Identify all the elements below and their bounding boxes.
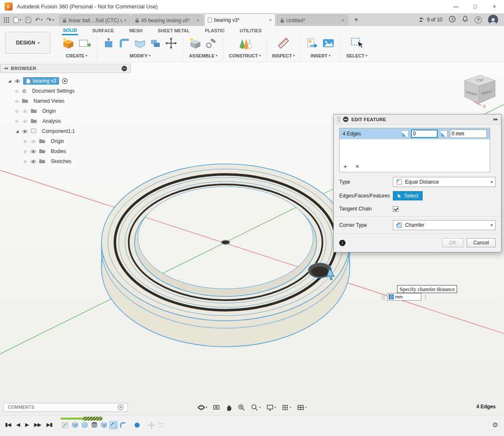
- new-component-gray-icon[interactable]: [189, 36, 202, 52]
- timeline-extrude-icon[interactable]: [71, 421, 79, 429]
- orbit-tool[interactable]: ▾: [197, 404, 208, 411]
- visibility-eye-icon[interactable]: [30, 159, 36, 164]
- create-sketch-icon[interactable]: [78, 36, 91, 52]
- document-tab-active[interactable]: bearing v3* ×: [204, 13, 275, 26]
- group-label-insert[interactable]: INSERT▾: [311, 53, 330, 58]
- pan-tool[interactable]: [226, 404, 232, 411]
- browser-item-label[interactable]: Origin: [48, 138, 67, 145]
- close-button[interactable]: ×: [485, 0, 504, 13]
- decal-image-icon[interactable]: [322, 37, 335, 51]
- drag-grip-icon[interactable]: [382, 293, 385, 300]
- chamfer-distance-mm-input[interactable]: [450, 130, 487, 138]
- expand-collapsed-icon[interactable]: ▷: [15, 109, 19, 113]
- comments-bar[interactable]: COMMENTS +: [3, 403, 128, 412]
- browser-item-label[interactable]: Component1:1: [39, 127, 78, 135]
- browser-item-sketches[interactable]: ▷ Sketches: [0, 156, 131, 166]
- type-dropdown[interactable]: Equal Distance ▾: [393, 177, 496, 187]
- group-label-modify[interactable]: MODIFY▾: [130, 53, 150, 58]
- browser-item-root[interactable]: ◢ bearing v3: [0, 76, 131, 86]
- tab-solid[interactable]: SOLID: [62, 26, 78, 35]
- tab-close-icon[interactable]: ×: [342, 18, 345, 23]
- group-label-create[interactable]: CREATE▾: [66, 53, 87, 58]
- skip-to-end-button[interactable]: ▶▮: [47, 422, 52, 428]
- timeline-scrubber[interactable]: [83, 417, 102, 420]
- shell-icon[interactable]: [134, 37, 146, 51]
- save-icon[interactable]: [25, 17, 31, 23]
- collapse-dialog-icon[interactable]: [343, 117, 348, 122]
- insert-mcmaster-icon[interactable]: [306, 37, 319, 51]
- timeline-revolve-icon[interactable]: [81, 421, 88, 429]
- tab-close-icon[interactable]: ×: [197, 18, 200, 23]
- app-grid-menu-icon[interactable]: [3, 17, 10, 23]
- tab-plastic[interactable]: PLASTIC: [204, 27, 226, 34]
- group-label-inspect[interactable]: INSPECT▾: [272, 53, 295, 58]
- browser-item-bodies[interactable]: ▷ Bodies: [0, 146, 131, 156]
- timeline-sketch-icon[interactable]: [61, 421, 69, 429]
- timeline-settings-gear-icon[interactable]: ⚙: [492, 421, 498, 429]
- info-icon[interactable]: i: [339, 240, 346, 246]
- expand-open-icon[interactable]: ◢: [15, 129, 19, 133]
- select-edges-button[interactable]: Select: [393, 191, 423, 200]
- maximize-button[interactable]: □: [465, 0, 485, 13]
- view-cube[interactable]: TOP FRONT RIGHT X: [452, 70, 502, 116]
- tab-close-icon[interactable]: ×: [269, 17, 272, 23]
- visibility-eye-icon[interactable]: [22, 129, 28, 134]
- browser-item-label[interactable]: Sketches: [48, 158, 74, 165]
- browser-item-label[interactable]: Analysis: [39, 117, 64, 125]
- fillet-icon[interactable]: [118, 37, 131, 51]
- joint-icon[interactable]: [205, 37, 218, 51]
- tab-close-icon[interactable]: ×: [124, 18, 127, 23]
- edge-selection-row[interactable]: 4 Edges: [340, 128, 490, 139]
- visibility-eye-icon[interactable]: [30, 149, 36, 154]
- expand-collapsed-icon[interactable]: ▷: [15, 89, 19, 93]
- document-tab[interactable]: linear ball ...5x8 (CTC) v2 ×: [59, 15, 130, 26]
- expand-collapsed-icon[interactable]: ▷: [15, 99, 19, 103]
- add-comment-icon[interactable]: +: [118, 405, 123, 410]
- browser-item-component[interactable]: ◢ Component1:1: [0, 126, 131, 136]
- collapse-left-icon[interactable]: ◀◀: [4, 67, 8, 70]
- visibility-eye-off-icon[interactable]: [30, 139, 36, 144]
- browser-header[interactable]: ◀◀ BROWSER: [0, 64, 131, 73]
- new-tab-button[interactable]: +: [351, 15, 362, 25]
- avatar[interactable]: [488, 15, 498, 25]
- job-status[interactable]: 9 of 10: [419, 17, 442, 23]
- group-label-assemble[interactable]: ASSEMBLE▾: [189, 53, 218, 58]
- timeline-chamfer-icon-active[interactable]: [109, 421, 117, 429]
- browser-item-label[interactable]: Document Settings: [29, 87, 78, 95]
- expand-open-icon[interactable]: ◢: [8, 79, 12, 83]
- zoom-tool[interactable]: ▾: [251, 404, 261, 411]
- expand-collapsed-icon[interactable]: ▷: [15, 119, 19, 123]
- chamfer-value-input[interactable]: 0 mm: [387, 293, 421, 301]
- browser-item-label[interactable]: Named Views: [31, 97, 68, 105]
- remove-selection-button[interactable]: ×: [356, 163, 359, 170]
- timeline-hole-icon[interactable]: [90, 421, 98, 429]
- tab-sheet-metal[interactable]: SHEET METAL: [157, 27, 191, 34]
- browser-item-label[interactable]: Bodies: [48, 148, 69, 155]
- browser-item-document-settings[interactable]: ▷ ⚙ Document Settings: [0, 86, 131, 96]
- expand-collapsed-icon[interactable]: ▷: [23, 159, 28, 164]
- minimize-button[interactable]: —: [446, 0, 465, 13]
- bell-icon[interactable]: [462, 16, 468, 24]
- help-icon[interactable]: ?: [475, 16, 482, 23]
- display-settings[interactable]: ▾: [266, 404, 276, 411]
- expand-collapsed-icon[interactable]: ▷: [23, 149, 28, 153]
- browser-item-origin[interactable]: ▷ Origin: [0, 106, 131, 116]
- browser-item-analysis[interactable]: ▷ Analysis: [0, 116, 131, 126]
- tangent-chain-checkbox[interactable]: [393, 206, 398, 212]
- timeline-extrude-icon[interactable]: [100, 421, 108, 429]
- visibility-eye-off-icon[interactable]: [22, 119, 28, 124]
- cancel-button[interactable]: Cancel: [467, 238, 496, 247]
- undo-icon[interactable]: ↶ ▾: [35, 16, 43, 23]
- group-label-select[interactable]: SELECT▾: [346, 53, 367, 58]
- look-at-tool[interactable]: [213, 404, 220, 411]
- ok-button[interactable]: OK: [442, 238, 463, 247]
- add-selection-button[interactable]: +: [343, 163, 347, 170]
- notifications-clock-icon[interactable]: [449, 16, 456, 24]
- dialog-title-bar[interactable]: EDIT FEATURE ▶▶: [334, 114, 501, 125]
- fast-forward-button[interactable]: ▶▶: [34, 422, 41, 428]
- visibility-eye-off-icon[interactable]: [22, 109, 28, 114]
- measure-icon[interactable]: [277, 36, 290, 52]
- visibility-eye-icon[interactable]: [14, 79, 21, 83]
- corner-type-dropdown[interactable]: Chamfer ▾: [393, 220, 496, 230]
- timeline-fillet-icon[interactable]: [119, 421, 127, 429]
